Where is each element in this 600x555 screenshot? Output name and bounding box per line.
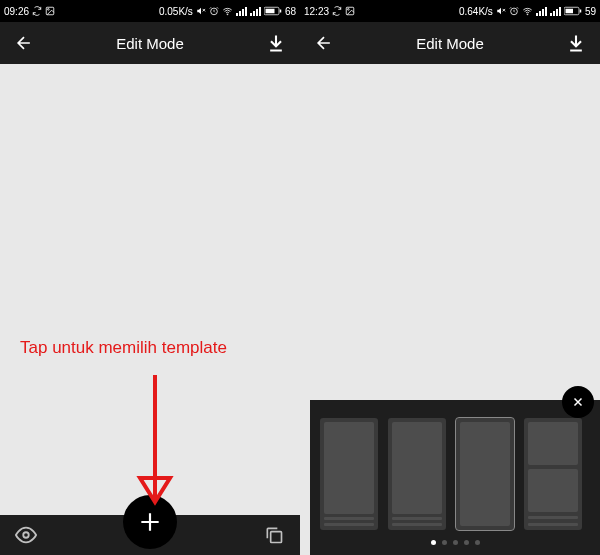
top-bar-title: Edit Mode bbox=[36, 35, 264, 52]
svg-point-1 bbox=[48, 9, 50, 11]
mute-icon bbox=[196, 6, 206, 16]
template-option-4[interactable] bbox=[524, 418, 582, 530]
back-button[interactable] bbox=[12, 31, 36, 55]
status-time: 12:23 bbox=[304, 6, 329, 17]
annotation-text: Tap untuk memilih template bbox=[20, 338, 227, 358]
bottom-toolbar bbox=[0, 515, 300, 555]
status-bar: 12:23 0.64K/s 59 bbox=[300, 0, 600, 22]
svg-point-5 bbox=[227, 14, 228, 15]
svg-point-9 bbox=[23, 532, 29, 538]
svg-rect-10 bbox=[271, 532, 282, 543]
signal-icon-2 bbox=[550, 6, 561, 16]
status-speed: 0.05K/s bbox=[159, 6, 193, 17]
signal-icon bbox=[236, 6, 247, 16]
signal-icon-2 bbox=[250, 6, 261, 16]
page-dot[interactable] bbox=[453, 540, 458, 545]
page-dot[interactable] bbox=[464, 540, 469, 545]
template-option-1[interactable] bbox=[320, 418, 378, 530]
template-option-2[interactable] bbox=[388, 418, 446, 530]
page-dot[interactable] bbox=[442, 540, 447, 545]
svg-rect-8 bbox=[280, 10, 282, 13]
signal-icon bbox=[536, 6, 547, 16]
mute-icon bbox=[496, 6, 506, 16]
svg-rect-18 bbox=[565, 9, 573, 14]
template-list bbox=[310, 400, 600, 534]
battery-pct: 68 bbox=[285, 6, 296, 17]
download-button[interactable] bbox=[264, 31, 288, 55]
battery-icon bbox=[264, 6, 282, 16]
page-dot[interactable] bbox=[431, 540, 436, 545]
status-bar: 09:26 0.05K/s 68 bbox=[0, 0, 300, 22]
top-bar-title: Edit Mode bbox=[336, 35, 564, 52]
battery-icon bbox=[564, 6, 582, 16]
image-icon bbox=[45, 6, 55, 16]
back-button[interactable] bbox=[312, 31, 336, 55]
status-speed: 0.64K/s bbox=[459, 6, 493, 17]
status-time: 09:26 bbox=[4, 6, 29, 17]
app-top-bar: Edit Mode bbox=[0, 22, 300, 64]
sync-icon bbox=[332, 6, 342, 16]
page-dot[interactable] bbox=[475, 540, 480, 545]
svg-rect-19 bbox=[580, 10, 582, 13]
wifi-icon bbox=[522, 6, 533, 16]
preview-button[interactable] bbox=[14, 523, 38, 547]
template-panel bbox=[310, 400, 600, 555]
svg-point-12 bbox=[348, 9, 350, 11]
battery-pct: 59 bbox=[585, 6, 596, 17]
close-panel-button[interactable] bbox=[562, 386, 594, 418]
template-option-3[interactable] bbox=[456, 418, 514, 530]
app-top-bar: Edit Mode bbox=[300, 22, 600, 64]
image-icon bbox=[345, 6, 355, 16]
alarm-icon bbox=[509, 6, 519, 16]
layers-button[interactable] bbox=[262, 523, 286, 547]
svg-rect-7 bbox=[265, 9, 274, 14]
pagination-dots bbox=[310, 534, 600, 555]
svg-point-16 bbox=[527, 14, 528, 15]
wifi-icon bbox=[222, 6, 233, 16]
sync-icon bbox=[32, 6, 42, 16]
annotation-arrow-icon bbox=[130, 370, 180, 510]
alarm-icon bbox=[209, 6, 219, 16]
download-button[interactable] bbox=[564, 31, 588, 55]
